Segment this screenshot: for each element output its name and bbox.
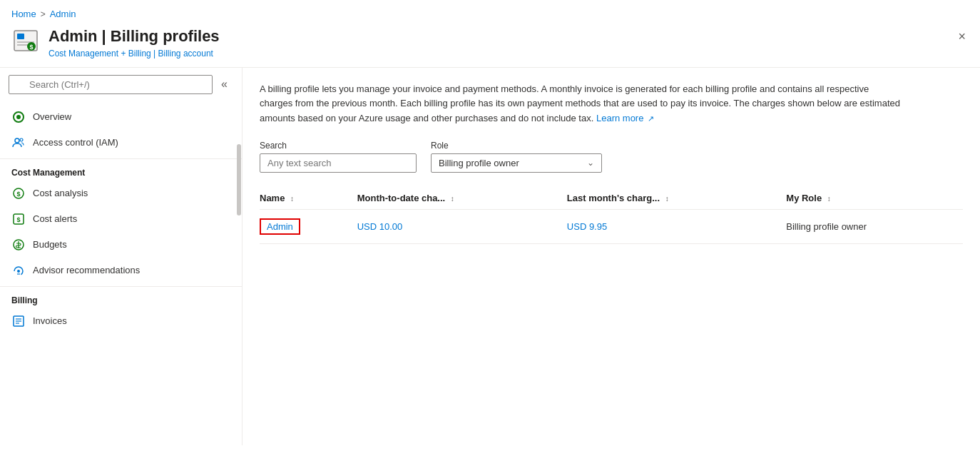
cost-alerts-icon: $ [11,212,26,226]
search-filter-input[interactable] [260,153,417,173]
col-header-mtd-label: Month-to-date cha... [357,193,446,203]
page-subtitle: Cost Management + Billing | Billing acco… [49,49,220,59]
col-header-my-role[interactable]: My Role ↕ [786,187,963,210]
sidebar-item-advisor-label: Advisor recommendations [33,265,140,275]
role-select-value: Billing profile owner [439,158,519,168]
header-text: Admin | Billing profiles Cost Management… [49,26,220,59]
breadcrumb-current: Admin [50,9,76,19]
chevron-down-icon: ⌄ [587,158,594,168]
page-title: Admin | Billing profiles [49,26,220,47]
svg-rect-1 [17,34,24,39]
cost-management-section-title: Cost Management [0,158,242,181]
invoices-icon [11,314,26,328]
sidebar-item-cost-alerts-label: Cost alerts [33,213,77,224]
search-label: Search [260,141,417,151]
role-filter-group: Role Billing profile owner ⌄ [431,141,602,173]
role-select[interactable]: Billing profile owner ⌄ [431,153,602,173]
table-cell-month-to-date: USD 10.00 [357,209,567,243]
billing-profiles-table: Name ↕ Month-to-date cha... ↕ Last month… [260,187,963,244]
sort-role-icon: ↕ [827,195,831,203]
sidebar-item-cost-analysis-label: Cost analysis [33,188,88,198]
svg-point-15 [17,270,20,273]
collapse-sidebar-button[interactable]: « [215,78,233,91]
sort-mtd-icon: ↕ [451,195,454,203]
learn-more-link[interactable]: Learn more ↗ [596,113,654,123]
external-link-icon: ↗ [648,114,654,123]
page-header: $ Admin | Billing profiles Cost Manageme… [0,24,980,68]
people-icon [11,136,26,150]
sidebar-item-advisor[interactable]: Advisor recommendations [0,258,242,283]
table-header: Name ↕ Month-to-date cha... ↕ Last month… [260,187,963,210]
close-button[interactable]: × [955,26,969,47]
svg-point-7 [16,115,21,119]
svg-text:$: $ [29,44,33,51]
month-to-date-amount: USD 10.00 [357,221,403,232]
sidebar-item-iam-label: Access control (IAM) [33,137,118,148]
sidebar-search-input[interactable] [9,75,213,94]
table-cell-last-month: USD 9.95 [567,209,786,243]
circle-dot-icon [11,110,26,124]
admin-profile-link[interactable]: Admin [267,221,293,232]
filter-row: Search Role Billing profile owner ⌄ [260,141,963,173]
sidebar-item-overview[interactable]: Overview [0,104,242,130]
sidebar-item-iam[interactable]: Access control (IAM) [0,130,242,156]
col-header-role-label: My Role [786,193,822,203]
admin-name-highlight: Admin [260,218,300,235]
sidebar-item-budgets[interactable]: Budgets [0,232,242,258]
search-filter-group: Search [260,141,417,173]
col-header-name-label: Name [260,193,285,203]
last-month-amount: USD 9.95 [567,221,607,232]
cost-analysis-icon: $ [11,186,26,201]
role-label: Role [431,141,602,151]
sidebar-item-cost-analysis[interactable]: $ Cost analysis [0,181,242,206]
sidebar-nav: Overview Access control (IAM) Cost Manag… [0,101,242,337]
col-header-month-to-date[interactable]: Month-to-date cha... ↕ [357,187,567,210]
sort-name-icon: ↕ [290,195,294,203]
budgets-icon [11,238,26,252]
sidebar: 🔍 « Overview Access control (IAM) [0,68,243,445]
svg-point-9 [20,138,23,141]
table-cell-name: Admin [260,209,357,243]
header-left: $ Admin | Billing profiles Cost Manageme… [11,26,220,59]
breadcrumb: Home > Admin [0,0,980,24]
page-icon: $ [11,26,40,55]
table-cell-my-role: Billing profile owner [786,209,963,243]
col-header-lm-label: Last month's charg... [567,193,660,203]
main-content: A billing profile lets you manage your i… [243,68,980,445]
sidebar-item-overview-label: Overview [33,111,71,122]
sidebar-item-invoices-label: Invoices [33,315,67,326]
col-header-name[interactable]: Name ↕ [260,187,357,210]
table-row: Admin USD 10.00 USD 9.95 Billing profile… [260,209,963,243]
svg-text:$: $ [16,191,20,198]
svg-text:$: $ [16,216,20,223]
my-role-value: Billing profile owner [786,221,867,232]
breadcrumb-home[interactable]: Home [11,9,36,19]
col-header-last-month[interactable]: Last month's charg... ↕ [567,187,786,210]
sidebar-item-cost-alerts[interactable]: $ Cost alerts [0,206,242,232]
advisor-icon [11,263,26,278]
sort-lm-icon: ↕ [665,195,669,203]
description-text: A billing profile lets you manage your i… [260,82,902,126]
sidebar-item-invoices[interactable]: Invoices [0,308,242,334]
svg-point-8 [15,138,19,143]
breadcrumb-separator: > [41,9,46,19]
table-body: Admin USD 10.00 USD 9.95 Billing profile… [260,209,963,243]
sidebar-item-budgets-label: Budgets [33,239,67,250]
billing-section-title: Billing [0,286,242,308]
main-layout: 🔍 « Overview Access control (IAM) [0,68,980,445]
